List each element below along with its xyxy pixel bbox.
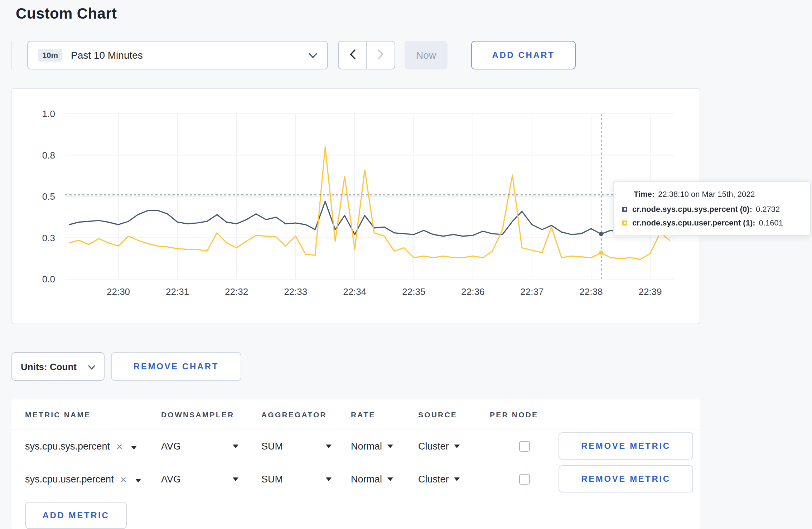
now-button[interactable]: Now <box>405 41 448 69</box>
chart-card: 0.00.30.50.81.022:3022:3122:3222:3322:34… <box>11 88 700 324</box>
chevron-down-icon <box>88 361 95 372</box>
source-select[interactable]: Cluster <box>418 474 490 484</box>
aggregator-select[interactable]: SUM <box>261 441 332 451</box>
per-node-cell <box>490 474 559 484</box>
downsampler-value: AVG <box>161 441 181 451</box>
metric-name-select[interactable]: sys.cpu.sys.percent × <box>25 441 161 451</box>
tooltip-series-row: cr.node.sys.cpu.user.percent (1): 0.1601 <box>622 218 803 227</box>
metrics-chart[interactable]: 0.00.30.50.81.022:3022:3122:3222:3322:34… <box>12 89 701 325</box>
header-aggregator: AGGREGATOR <box>261 410 351 418</box>
caret-down-icon <box>233 477 238 481</box>
tooltip-legend-swatch <box>622 220 627 225</box>
tooltip-series-label: cr.node.sys.cpu.user.percent (1): <box>632 218 755 227</box>
time-range-select[interactable]: 10m Past 10 Minutes <box>27 41 328 69</box>
toolbar-divider <box>11 41 12 69</box>
svg-text:22:36: 22:36 <box>461 286 484 297</box>
tooltip-series-row: cr.node.sys.cpu.sys.percent (0): 0.2732 <box>622 205 803 213</box>
caret-down-icon <box>233 444 238 448</box>
source-value: Cluster <box>418 474 449 484</box>
tooltip-time-value: 22:38:10 on Mar 15th, 2022 <box>658 190 755 198</box>
tooltip-legend-swatch <box>622 207 627 212</box>
source-select[interactable]: Cluster <box>418 441 490 451</box>
chevron-right-icon <box>377 49 384 61</box>
remove-metric-button[interactable]: REMOVE METRIC <box>559 432 693 460</box>
svg-text:22:37: 22:37 <box>520 286 543 297</box>
caret-down-icon <box>135 474 141 484</box>
svg-text:22:35: 22:35 <box>402 286 425 297</box>
svg-text:0.5: 0.5 <box>42 191 55 202</box>
caret-down-icon <box>387 444 393 448</box>
chevron-down-icon <box>309 49 317 62</box>
add-chart-button[interactable]: ADD CHART <box>471 41 576 69</box>
header-source: SOURCE <box>418 410 490 418</box>
caret-down-icon <box>326 477 332 481</box>
per-node-checkbox[interactable] <box>519 474 530 484</box>
tooltip-time: Time:22:38:10 on Mar 15th, 2022 <box>634 190 803 198</box>
time-pager <box>338 41 395 69</box>
rate-value: Normal <box>351 441 382 451</box>
metrics-table-header: METRIC NAME DOWNSAMPLER AGGREGATOR RATE … <box>11 399 700 429</box>
toolbar: 10m Past 10 Minutes Now ADD CHART <box>11 41 576 69</box>
svg-text:0.0: 0.0 <box>42 274 55 285</box>
metrics-table: METRIC NAME DOWNSAMPLER AGGREGATOR RATE … <box>11 399 700 529</box>
per-node-checkbox[interactable] <box>519 441 530 451</box>
caret-down-icon <box>454 477 460 481</box>
time-range-label: Past 10 Minutes <box>71 49 309 61</box>
svg-text:22:32: 22:32 <box>225 286 248 297</box>
aggregator-value: SUM <box>261 474 283 484</box>
header-rate: RATE <box>351 410 418 418</box>
tooltip-series-value: 0.2732 <box>756 205 780 213</box>
chart-controls: Units: Count REMOVE CHART <box>11 352 241 381</box>
svg-text:0.8: 0.8 <box>42 150 55 161</box>
clear-metric-icon[interactable]: × <box>120 474 127 484</box>
svg-text:22:39: 22:39 <box>638 286 662 297</box>
header-metric-name: METRIC NAME <box>25 410 161 418</box>
tooltip-time-label: Time: <box>634 190 654 198</box>
svg-text:22:31: 22:31 <box>166 286 189 297</box>
caret-down-icon <box>454 444 460 448</box>
next-time-button[interactable] <box>367 41 395 69</box>
add-metric-button[interactable]: ADD METRIC <box>25 502 127 529</box>
time-range-badge: 10m <box>38 49 62 62</box>
svg-text:22:33: 22:33 <box>284 286 307 297</box>
metric-row: sys.cpu.sys.percent × AVG SUM Normal Clu… <box>11 429 700 462</box>
units-select[interactable]: Units: Count <box>11 352 105 381</box>
metric-name-label: sys.cpu.sys.percent <box>25 441 110 451</box>
svg-text:1.0: 1.0 <box>42 108 55 119</box>
svg-text:22:30: 22:30 <box>107 286 130 297</box>
page-title: Custom Chart <box>16 5 117 22</box>
tooltip-series-value: 0.1601 <box>759 218 783 227</box>
header-per-node: PER NODE <box>490 410 559 418</box>
downsampler-value: AVG <box>161 474 181 484</box>
svg-text:22:38: 22:38 <box>579 286 603 297</box>
downsampler-select[interactable]: AVG <box>161 474 238 484</box>
remove-chart-button[interactable]: REMOVE CHART <box>111 352 241 381</box>
caret-down-icon <box>387 477 393 481</box>
tooltip-series-label: cr.node.sys.cpu.sys.percent (0): <box>632 205 752 213</box>
rate-select[interactable]: Normal <box>351 441 418 451</box>
downsampler-select[interactable]: AVG <box>161 441 238 451</box>
rate-select[interactable]: Normal <box>351 474 418 484</box>
chevron-left-icon <box>349 49 356 61</box>
rate-value: Normal <box>351 474 382 484</box>
metric-name-label: sys.cpu.user.percent <box>25 474 114 484</box>
aggregator-value: SUM <box>261 441 283 451</box>
clear-metric-icon[interactable]: × <box>116 441 123 451</box>
prev-time-button[interactable] <box>338 41 367 69</box>
chart-tooltip: Time:22:38:10 on Mar 15th, 2022 cr.node.… <box>613 181 811 236</box>
metric-row: sys.cpu.user.percent × AVG SUM Normal Cl… <box>11 462 700 495</box>
svg-text:22:34: 22:34 <box>343 286 366 297</box>
caret-down-icon <box>326 444 332 448</box>
units-label: Units: Count <box>21 361 77 372</box>
per-node-cell <box>490 441 559 451</box>
header-downsampler: DOWNSAMPLER <box>161 410 261 418</box>
custom-chart-page: Custom Chart 10m Past 10 Minutes Now <box>0 0 812 529</box>
remove-metric-button[interactable]: REMOVE METRIC <box>559 465 693 492</box>
svg-text:0.3: 0.3 <box>42 233 55 243</box>
metric-name-select[interactable]: sys.cpu.user.percent × <box>25 474 161 484</box>
source-value: Cluster <box>418 441 449 451</box>
caret-down-icon <box>131 441 137 451</box>
aggregator-select[interactable]: SUM <box>261 474 332 484</box>
